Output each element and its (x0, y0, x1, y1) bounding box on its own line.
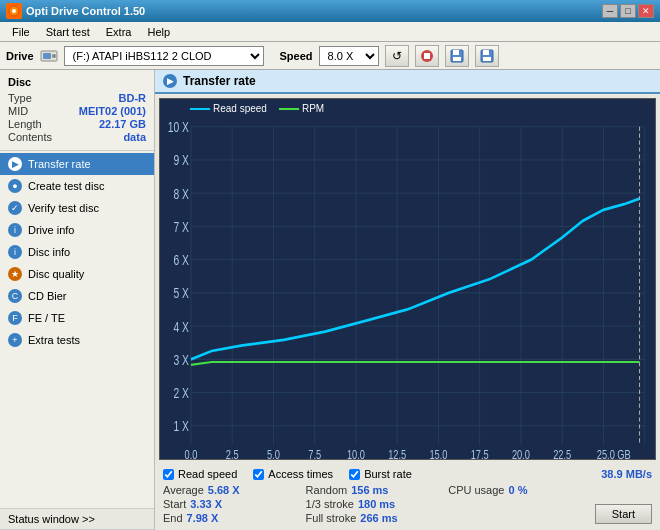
save-button[interactable] (445, 45, 469, 67)
chart-legend: Read speed RPM (190, 103, 324, 114)
svg-text:3 X: 3 X (173, 352, 188, 368)
nav-disc-info-label: Disc info (28, 246, 70, 258)
fe-te-icon: F (8, 311, 22, 325)
save2-button[interactable] (475, 45, 499, 67)
menu-extra[interactable]: Extra (98, 24, 140, 40)
svg-text:0.0: 0.0 (184, 448, 197, 459)
stats-row-1: Average 5.68 X Random 156 ms CPU usage 0… (163, 484, 591, 496)
create-test-disc-icon: ● (8, 179, 22, 193)
titlebar-controls: ─ □ ✕ (602, 4, 654, 18)
minimize-button[interactable]: ─ (602, 4, 618, 18)
stat-full-stroke: Full stroke 266 ms (306, 512, 449, 524)
cb-access-times: Access times (253, 468, 333, 480)
nav-transfer-rate-label: Transfer rate (28, 158, 91, 170)
nav-disc-info[interactable]: i Disc info (0, 241, 154, 263)
nav-fe-te[interactable]: F FE / TE (0, 307, 154, 329)
legend-read-speed-color (190, 108, 210, 110)
nav-disc-quality[interactable]: ★ Disc quality (0, 263, 154, 285)
disc-contents-value: data (123, 131, 146, 143)
speed-select[interactable]: 8.0 X (319, 46, 379, 66)
panel-header-icon: ▶ (163, 74, 177, 88)
stat-1-3-stroke-label: 1/3 stroke (306, 498, 354, 510)
stat-cpu-label: CPU usage (448, 484, 504, 496)
menu-file[interactable]: File (4, 24, 38, 40)
svg-text:2 X: 2 X (173, 386, 188, 402)
svg-text:17.5: 17.5 (471, 448, 489, 459)
drive-info-icon: i (8, 223, 22, 237)
nav-transfer-rate[interactable]: ▶ Transfer rate (0, 153, 154, 175)
drive-select[interactable]: (F:) ATAPI iHBS112 2 CLOD (64, 46, 264, 66)
disc-contents-row: Contents data (8, 131, 146, 143)
svg-text:5 X: 5 X (173, 286, 188, 302)
svg-rect-8 (453, 50, 459, 55)
stat-start: Start 3.33 X (163, 498, 306, 510)
cd-bier-icon: C (8, 289, 22, 303)
checkbox-row: Read speed Access times Burst rate 38.9 … (163, 468, 652, 480)
extra-tests-icon: + (8, 333, 22, 347)
cb-access-times-input[interactable] (253, 469, 264, 480)
legend-read-speed-label: Read speed (213, 103, 267, 114)
stat-average-label: Average (163, 484, 204, 496)
speed-label: Speed (280, 50, 313, 62)
stats-row-3: End 7.98 X Full stroke 266 ms (163, 512, 591, 524)
stat-cpu-value: 0 % (508, 484, 527, 496)
disc-info-icon: i (8, 245, 22, 259)
panel-title: Transfer rate (183, 74, 256, 88)
stat-full-stroke-value: 266 ms (360, 512, 397, 524)
stat-end-label: End (163, 512, 183, 524)
disc-mid-row: MID MEIT02 (001) (8, 105, 146, 117)
svg-text:10 X: 10 X (168, 120, 189, 136)
svg-rect-12 (483, 57, 491, 61)
nav-create-test-disc[interactable]: ● Create test disc (0, 175, 154, 197)
disc-length-row: Length 22.17 GB (8, 118, 146, 130)
svg-rect-11 (483, 50, 489, 55)
stat-1-3-stroke-value: 180 ms (358, 498, 395, 510)
start-test-button[interactable]: Start (595, 504, 652, 524)
stop-button[interactable] (415, 45, 439, 67)
svg-text:7 X: 7 X (173, 219, 188, 235)
stat-full-stroke-label: Full stroke (306, 512, 357, 524)
svg-text:2.5: 2.5 (226, 448, 239, 459)
cb-read-speed-input[interactable] (163, 469, 174, 480)
titlebar: Opti Drive Control 1.50 ─ □ ✕ (0, 0, 660, 22)
menu-help[interactable]: Help (139, 24, 178, 40)
stats-area: Read speed Access times Burst rate 38.9 … (155, 464, 660, 530)
chart-container: Read speed RPM (159, 98, 656, 460)
nav-drive-info-label: Drive info (28, 224, 74, 236)
sidebar-bottom: Status window >> (0, 508, 154, 530)
svg-text:5.0: 5.0 (267, 448, 280, 459)
nav-cd-bier[interactable]: C CD Bier (0, 285, 154, 307)
app-icon (6, 3, 22, 19)
refresh-button[interactable]: ↺ (385, 45, 409, 67)
disc-mid-value: MEIT02 (001) (79, 105, 146, 117)
svg-text:15.0: 15.0 (429, 448, 447, 459)
nav-cd-bier-label: CD Bier (28, 290, 67, 302)
stat-random-value: 156 ms (351, 484, 388, 496)
menu-start-test[interactable]: Start test (38, 24, 98, 40)
disc-type-label: Type (8, 92, 32, 104)
nav-extra-tests[interactable]: + Extra tests (0, 329, 154, 351)
svg-text:8 X: 8 X (173, 186, 188, 202)
nav-verify-test-disc[interactable]: ✓ Verify test disc (0, 197, 154, 219)
disc-type-value: BD-R (119, 92, 147, 104)
disc-length-value: 22.17 GB (99, 118, 146, 130)
legend-rpm-color (279, 108, 299, 110)
stat-average: Average 5.68 X (163, 484, 306, 496)
close-button[interactable]: ✕ (638, 4, 654, 18)
sidebar-nav: ▶ Transfer rate ● Create test disc ✓ Ver… (0, 151, 154, 508)
cb-burst-rate-input[interactable] (349, 469, 360, 480)
nav-fe-te-label: FE / TE (28, 312, 65, 324)
drive-icon (40, 48, 58, 64)
svg-text:12.5: 12.5 (388, 448, 406, 459)
stat-average-value: 5.68 X (208, 484, 240, 496)
nav-drive-info[interactable]: i Drive info (0, 219, 154, 241)
svg-point-4 (52, 54, 56, 58)
stat-cpu: CPU usage 0 % (448, 484, 591, 496)
svg-rect-6 (424, 53, 430, 59)
disc-type-row: Type BD-R (8, 92, 146, 104)
maximize-button[interactable]: □ (620, 4, 636, 18)
nav-extra-tests-label: Extra tests (28, 334, 80, 346)
status-window-button[interactable]: Status window >> (0, 509, 154, 530)
svg-text:9 X: 9 X (173, 153, 188, 169)
svg-text:22.5: 22.5 (553, 448, 571, 459)
